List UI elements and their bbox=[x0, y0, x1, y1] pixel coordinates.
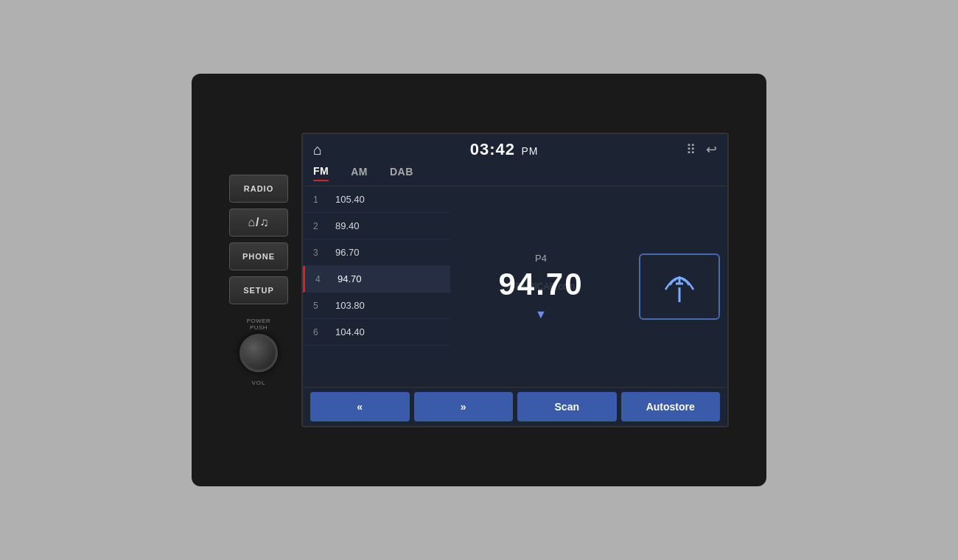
preset-item-5[interactable]: 5 103.80 bbox=[303, 293, 450, 319]
preset-freq: 94.70 bbox=[338, 273, 362, 284]
home-icon[interactable]: ⌂ bbox=[313, 141, 322, 158]
autostore-button[interactable]: Autostore bbox=[621, 392, 721, 421]
preset-num: 1 bbox=[313, 195, 328, 205]
header-icon-group: ⠿ ↩ bbox=[686, 141, 717, 158]
next-button[interactable]: » bbox=[414, 392, 514, 421]
preset-item-6[interactable]: 6 104.40 bbox=[303, 319, 450, 346]
power-knob[interactable] bbox=[240, 334, 278, 372]
preset-freq: 96.70 bbox=[335, 247, 360, 258]
preset-num: 3 bbox=[313, 248, 328, 258]
preset-num: 6 bbox=[313, 327, 328, 337]
vol-label: VOL bbox=[251, 379, 265, 386]
content-area: 1 105.40 2 89.40 3 96.70 4 94.70 5 103 bbox=[303, 186, 727, 387]
preset-num: 4 bbox=[315, 274, 330, 284]
scroll-down-icon[interactable]: ▼ bbox=[535, 308, 547, 321]
tab-am[interactable]: AM bbox=[351, 166, 368, 181]
preset-item-2[interactable]: 2 89.40 bbox=[303, 213, 450, 239]
playback-controls: « » Scan Autostore bbox=[303, 387, 727, 426]
preset-freq: 105.40 bbox=[335, 194, 365, 205]
clock-period: PM bbox=[521, 145, 538, 157]
tab-fm[interactable]: FM bbox=[313, 165, 329, 181]
phone-button[interactable]: PHONE bbox=[229, 242, 288, 270]
preset-freq: 89.40 bbox=[335, 220, 360, 231]
car-infotainment-panel: RADIO ⌂/♫ PHONE SETUP POWERPUSH VOL ⌂ 03… bbox=[192, 74, 766, 486]
center-frequency-display: P4 94.70 © DUBICAR.com ▼ bbox=[450, 186, 632, 387]
preset-list: 1 105.40 2 89.40 3 96.70 4 94.70 5 103 bbox=[303, 186, 450, 387]
prev-button[interactable]: « bbox=[310, 392, 410, 421]
preset-item-3[interactable]: 3 96.70 bbox=[303, 239, 450, 266]
back-icon[interactable]: ↩ bbox=[706, 141, 717, 158]
frequency-value: 94.70 bbox=[498, 267, 583, 302]
home-media-button[interactable]: ⌂/♫ bbox=[229, 209, 288, 237]
preset-item-4[interactable]: 4 94.70 bbox=[303, 266, 450, 293]
setup-button[interactable]: SETUP bbox=[229, 276, 288, 304]
power-section: POWERPUSH VOL bbox=[240, 318, 278, 386]
radio-tabs: FM AM DAB bbox=[303, 165, 727, 186]
clock-display: 03:42 PM bbox=[470, 140, 539, 159]
tab-dab[interactable]: DAB bbox=[390, 166, 413, 181]
grid-icon[interactable]: ⠿ bbox=[686, 141, 696, 158]
preset-num: 5 bbox=[313, 301, 328, 311]
clock-time: 03:42 bbox=[470, 140, 515, 158]
signal-strength-box bbox=[639, 253, 720, 320]
preset-num: 2 bbox=[313, 221, 328, 231]
radio-button[interactable]: RADIO bbox=[229, 175, 288, 203]
screen-header: ⌂ 03:42 PM ⠿ ↩ bbox=[303, 134, 727, 165]
power-label: POWERPUSH bbox=[247, 318, 271, 331]
preset-item-1[interactable]: 1 105.40 bbox=[303, 186, 450, 213]
preset-freq: 103.80 bbox=[335, 300, 365, 311]
physical-button-group: RADIO ⌂/♫ PHONE SETUP POWERPUSH VOL bbox=[229, 175, 288, 386]
antenna-icon bbox=[661, 262, 698, 312]
preset-freq: 104.40 bbox=[335, 326, 365, 337]
infotainment-screen: ⌂ 03:42 PM ⠿ ↩ FM AM DAB 1 105.40 bbox=[301, 133, 729, 427]
scan-button[interactable]: Scan bbox=[517, 392, 617, 421]
station-label: P4 bbox=[535, 253, 547, 264]
